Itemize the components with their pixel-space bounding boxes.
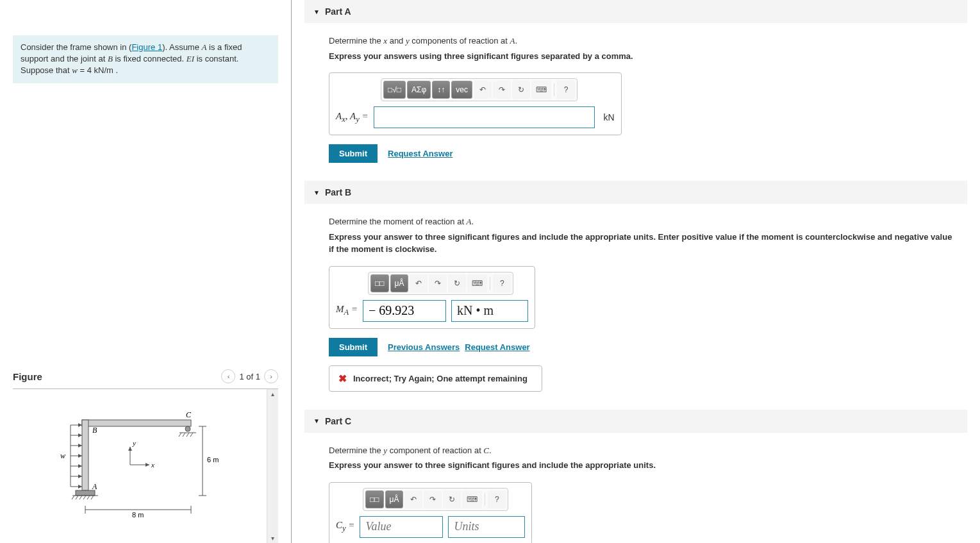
part-c-unit-input[interactable]: [448, 516, 525, 538]
svg-marker-27: [78, 474, 82, 478]
problem-statement: Consider the frame shown in (Figure 1). …: [13, 35, 278, 83]
part-b-unit-input[interactable]: [451, 300, 528, 322]
svg-line-6: [79, 496, 82, 499]
redo-button[interactable]: ↷: [429, 274, 447, 292]
problem-text: Consider the frame shown in (: [21, 42, 131, 52]
redo-button[interactable]: ↷: [424, 490, 442, 508]
label-x: x: [151, 461, 154, 469]
keyboard-button[interactable]: ⌨: [531, 81, 551, 99]
part-c-toolbar: □□ μÅ ↶ ↷ ↻ ⌨ ?: [363, 488, 508, 511]
svg-marker-29: [78, 485, 82, 489]
figure-title: Figure: [13, 371, 42, 382]
part-a-var-label: Ax, Ay =: [336, 111, 369, 124]
collapse-icon: ▼: [313, 417, 320, 424]
part-a-title: Part A: [325, 6, 351, 17]
svg-line-12: [179, 433, 181, 437]
arrows-button[interactable]: ↕↑: [432, 81, 450, 99]
figure-counter: 1 of 1: [239, 372, 260, 381]
part-b-content: Determine the moment of reaction at A. E…: [304, 204, 967, 403]
svg-marker-34: [128, 447, 132, 451]
help-button[interactable]: ?: [557, 81, 575, 99]
svg-marker-17: [78, 423, 82, 427]
figure-nav: ‹ 1 of 1 ›: [221, 369, 278, 383]
scroll-up-icon[interactable]: ▴: [271, 390, 274, 397]
part-c-value-input[interactable]: [360, 516, 443, 538]
part-b-submit-button[interactable]: Submit: [329, 338, 378, 356]
vec-button[interactable]: vec: [451, 81, 472, 99]
part-a-request-answer-link[interactable]: Request Answer: [388, 149, 453, 158]
reset-button[interactable]: ↻: [448, 274, 466, 292]
undo-button[interactable]: ↶: [404, 490, 422, 508]
undo-button[interactable]: ↶: [410, 274, 428, 292]
redo-button[interactable]: ↷: [493, 81, 511, 99]
help-button[interactable]: ?: [493, 274, 511, 292]
label-8m: 8 m: [132, 511, 144, 519]
part-b-request-answer-link[interactable]: Request Answer: [465, 342, 529, 352]
svg-point-10: [185, 426, 190, 431]
help-button[interactable]: ?: [488, 490, 506, 508]
svg-marker-25: [78, 464, 82, 468]
templates-button[interactable]: □□: [370, 274, 389, 292]
part-a-answer-input[interactable]: [374, 106, 595, 128]
incorrect-icon: ✖: [338, 372, 347, 385]
part-c-answer-box: □□ μÅ ↶ ↷ ↻ ⌨ ? Cy =: [329, 482, 532, 544]
part-b-previous-answers-link[interactable]: Previous Answers: [388, 342, 460, 352]
undo-button[interactable]: ↶: [474, 81, 492, 99]
label-A: A: [92, 482, 97, 491]
part-c-content: Determine the y component of reaction at…: [304, 433, 967, 544]
svg-line-15: [190, 433, 193, 437]
svg-marker-32: [145, 463, 149, 467]
part-a-toolbar: □√□ ΑΣφ ↕↑ vec ↶ ↷ ↻ ⌨ ?: [381, 78, 577, 101]
svg-line-14: [187, 433, 189, 437]
part-b-value-input[interactable]: [363, 300, 446, 322]
scroll-down-icon[interactable]: ▾: [271, 535, 274, 542]
right-panel: ▼ Part A Determine the x and y component…: [292, 0, 980, 543]
reset-button[interactable]: ↻: [443, 490, 461, 508]
left-panel: Consider the frame shown in (Figure 1). …: [0, 0, 292, 543]
part-a-answer-box: □√□ ΑΣφ ↕↑ vec ↶ ↷ ↻ ⌨ ? Ax, Ay = kN: [329, 72, 622, 135]
part-c-header[interactable]: ▼ Part C: [304, 410, 967, 433]
collapse-icon: ▼: [313, 8, 320, 15]
part-a-header[interactable]: ▼ Part A: [304, 0, 967, 23]
figure-image: B C A w y x 6 m 8 m: [13, 389, 267, 543]
svg-marker-23: [78, 454, 82, 458]
part-a-instruction1: Determine the x and y components of reac…: [329, 35, 956, 47]
svg-line-13: [183, 433, 185, 437]
part-b-var-label: MA =: [336, 304, 358, 317]
figure-prev-button[interactable]: ‹: [221, 369, 235, 383]
collapse-icon: ▼: [313, 189, 320, 196]
part-b-toolbar: □□ μÅ ↶ ↷ ↻ ⌨ ?: [368, 272, 513, 295]
part-b-instruction2: Express your answer to three significant…: [329, 231, 956, 256]
part-b-answer-box: □□ μÅ ↶ ↷ ↻ ⌨ ? MA =: [329, 266, 535, 329]
part-b-header[interactable]: ▼ Part B: [304, 181, 967, 204]
templates-button[interactable]: □√□: [383, 81, 406, 99]
part-a-content: Determine the x and y components of reac…: [304, 23, 967, 174]
label-y: y: [132, 439, 136, 447]
figure-link[interactable]: Figure 1: [131, 42, 162, 52]
keyboard-button[interactable]: ⌨: [462, 490, 482, 508]
figure-section: Figure ‹ 1 of 1 ›: [13, 364, 278, 543]
part-a-instruction2: Express your answers using three signifi…: [329, 50, 956, 63]
part-b-instruction1: Determine the moment of reaction at A.: [329, 215, 956, 228]
frame-diagram-svg: B C A w y x 6 m 8 m: [56, 408, 223, 524]
svg-line-4: [72, 496, 74, 499]
reset-button[interactable]: ↻: [512, 81, 530, 99]
svg-rect-1: [82, 420, 88, 490]
part-a-unit: kN: [604, 112, 615, 122]
svg-line-8: [87, 496, 90, 499]
mu-button[interactable]: μÅ: [385, 490, 404, 508]
svg-rect-0: [82, 420, 191, 426]
svg-marker-19: [78, 433, 82, 437]
label-w: w: [60, 451, 65, 460]
part-b-feedback-text: Incorrect; Try Again; One attempt remain…: [353, 374, 527, 383]
templates-button[interactable]: □□: [365, 490, 384, 508]
label-B: B: [92, 426, 97, 435]
label-6m: 6 m: [207, 456, 219, 464]
mu-button[interactable]: μÅ: [390, 274, 409, 292]
symbols-button[interactable]: ΑΣφ: [407, 81, 431, 99]
figure-scrollbar[interactable]: ▴ ▾: [267, 389, 278, 543]
figure-next-button[interactable]: ›: [264, 369, 278, 383]
part-a-submit-button[interactable]: Submit: [329, 144, 378, 163]
keyboard-button[interactable]: ⌨: [467, 274, 487, 292]
svg-marker-21: [78, 444, 82, 447]
